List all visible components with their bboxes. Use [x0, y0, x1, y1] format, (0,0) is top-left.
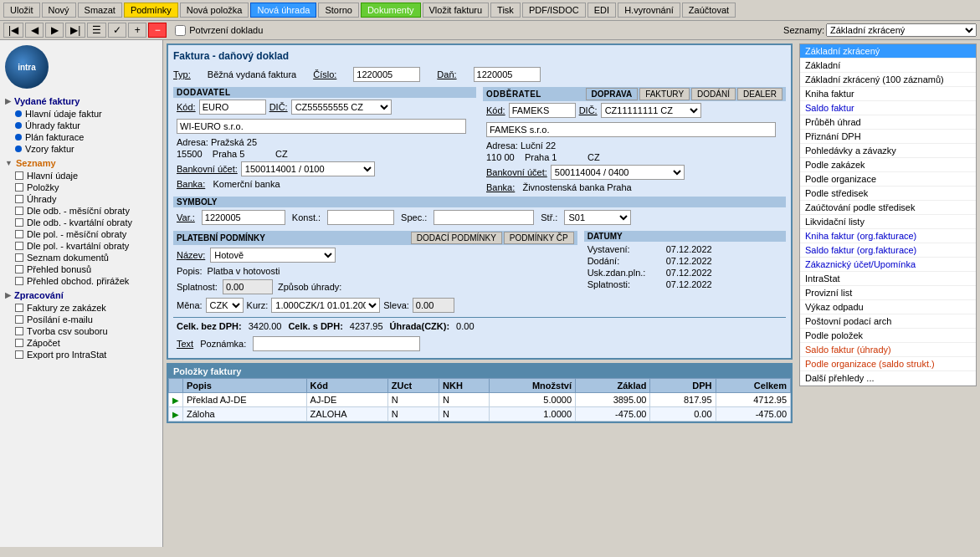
delete-button[interactable]: Smazat [78, 3, 122, 18]
sidebar-item-uhrady[interactable]: Úhrady faktur [3, 120, 159, 131]
dropdown-item[interactable]: Kniha faktur [800, 87, 976, 101]
new-button[interactable]: Nový [42, 3, 76, 18]
table-row[interactable]: ▶ Záloha ZALOHA N N 1.0000 -475.00 0.00 … [169, 407, 791, 422]
dan-input[interactable] [474, 67, 541, 82]
insert-invoice-button[interactable]: Vložit fakturu [423, 3, 490, 18]
dropdown-item[interactable]: Další přehledy ... [800, 371, 976, 386]
sidebar-item-seznam-dok[interactable]: Seznam dokumentů [3, 252, 159, 263]
supplier-kod-input[interactable] [199, 100, 266, 115]
sidebar-item-tvorba-csv[interactable]: Tvorba csv souboru [3, 325, 159, 337]
dropdown-item[interactable]: Základní [800, 59, 976, 73]
supplier-name-input[interactable] [177, 119, 466, 134]
tab-dodaci-podm[interactable]: DODACÍ PODMÍNKY [411, 232, 502, 244]
sidebar-header-zpracovani[interactable]: ▶ Zpracování [3, 289, 159, 302]
sidebar-item-vzory[interactable]: Vzory faktur [3, 143, 159, 155]
seznamy-select[interactable]: Základní zkrácenýZákladníZákladní zkráce… [826, 23, 977, 37]
documents-button[interactable]: Dokumenty [361, 3, 421, 18]
supplier-bank-select[interactable]: 1500114001 / 0100 [241, 161, 375, 176]
nav-last-button[interactable]: ▶| [65, 23, 85, 38]
dropdown-item[interactable]: Podle organizace [800, 172, 976, 187]
storno-button[interactable]: Storno [318, 3, 358, 18]
tab-podm-cp[interactable]: PODMÍNKY ČP [504, 232, 574, 244]
sidebar-item-polozky[interactable]: Položky [3, 181, 159, 193]
pdf-button[interactable]: PDF/ISDOC [522, 3, 586, 18]
new-payment-button[interactable]: Nová úhrada [250, 3, 316, 18]
tab-dodani[interactable]: DODÁNÍ [691, 88, 736, 100]
nav-first-button[interactable]: |◀ [3, 23, 23, 38]
nav-minus-button[interactable]: − [148, 23, 167, 38]
table-row[interactable]: ▶ Překlad AJ-DE AJ-DE N N 5.0000 3895.00… [169, 393, 791, 407]
sidebar-item-prehled-bonusu[interactable]: Přehled bonusů [3, 263, 159, 275]
zauctovat-button[interactable]: Zaúčtovat [682, 3, 736, 18]
tab-doprava[interactable]: DOPRAVA [586, 88, 639, 100]
sleva-input[interactable] [413, 298, 454, 313]
nav-list-button[interactable]: ☰ [87, 23, 106, 38]
splatnost-input[interactable] [223, 279, 273, 294]
sidebar-item-uhrady-s[interactable]: Úhrady [3, 193, 159, 205]
dropdown-item[interactable]: Saldo faktur (úhrady) [800, 343, 976, 357]
dropdown-item[interactable]: Poštovní podací arch [800, 314, 976, 329]
tab-faktury[interactable]: FAKTURY [639, 88, 690, 100]
sidebar-item-posilani-email[interactable]: Posílání e-mailu [3, 314, 159, 325]
customer-dic-select[interactable]: CZ11111111 CZ [601, 103, 701, 118]
dates-box: DATUMY Vystavení: 07.12.2022 Dodání: 07.… [584, 231, 786, 315]
supplier-dic-select[interactable]: CZ55555555 CZ [291, 100, 392, 115]
nav-next-button[interactable]: ▶ [45, 23, 64, 38]
dropdown-item[interactable]: Podle zakázek [800, 158, 976, 172]
dropdown-item[interactable]: Zaúčtování podle středisek [800, 201, 976, 215]
podmínky-button[interactable]: Podmínky [124, 3, 178, 18]
nav-check-button[interactable]: ✓ [108, 23, 126, 38]
sidebar-item-dle-odb-mes[interactable]: Dle odb. - měsíční obraty [3, 205, 159, 217]
customer-kod-input[interactable] [509, 103, 576, 118]
sidebar-header-seznamy[interactable]: ▼ Seznamy [3, 156, 159, 170]
dropdown-item[interactable]: Saldo faktur (org.fakturace) [800, 243, 976, 258]
customer-name-input[interactable] [486, 122, 776, 137]
var-input[interactable] [202, 210, 285, 225]
mena-select[interactable]: CZK [206, 298, 244, 313]
sidebar-item-zapocet[interactable]: Zápočet [3, 337, 159, 349]
note-input[interactable] [253, 336, 420, 351]
str-select[interactable]: S01 [564, 210, 631, 225]
nav-prev-button[interactable]: ◀ [25, 23, 44, 38]
dropdown-item[interactable]: Průběh úhrad [800, 115, 976, 130]
nazev-select[interactable]: Hotově [210, 248, 336, 263]
dropdown-item[interactable]: Likvidační listy [800, 215, 976, 229]
nav-plus-button[interactable]: + [128, 23, 146, 38]
sidebar-item-hlavni-udaje[interactable]: Hlavní údaje faktur [3, 108, 159, 120]
sidebar-item-dle-odb-kvar[interactable]: Dle odb. - kvartální obraty [3, 217, 159, 228]
new-item-button[interactable]: Nová položka [180, 3, 249, 18]
save-button[interactable]: Uložit [3, 3, 40, 18]
dropdown-item[interactable]: Podle středisek [800, 187, 976, 201]
dropdown-item[interactable]: Kniha faktur (org.fakturace) [800, 229, 976, 243]
spec-input[interactable] [434, 210, 534, 225]
dropdown-item[interactable]: Přiznání DPH [800, 130, 976, 144]
h-vyrovnani-button[interactable]: H.vyrovnání [618, 3, 680, 18]
sidebar-item-dle-pol-kvar[interactable]: Dle pol. - kvartální obraty [3, 240, 159, 252]
konst-input[interactable] [327, 210, 394, 225]
dropdown-item[interactable]: Provizní list [800, 286, 976, 300]
sidebar-item-dle-pol-mes[interactable]: Dle pol. - měsíční obraty [3, 228, 159, 240]
sidebar-item-hlavni-udaje-s[interactable]: Hlavní údaje [3, 170, 159, 181]
customer-bank-select[interactable]: 500114004 / 0400 [551, 165, 685, 180]
cislo-input[interactable] [353, 67, 420, 82]
sidebar-item-faktury-zakaz[interactable]: Faktury ze zakázek [3, 302, 159, 314]
dropdown-item[interactable]: Podle položek [800, 329, 976, 343]
print-button[interactable]: Tisk [490, 3, 521, 18]
dropdown-item[interactable]: Základní zkrácený [800, 44, 976, 59]
kurz-select[interactable]: 1.000CZK/1 01.01.200 [271, 298, 380, 313]
dropdown-item[interactable]: Zákaznický účet/Upomínka [800, 258, 976, 272]
sidebar-item-prehled-obch[interactable]: Přehled obchod. přirážek [3, 275, 159, 287]
dropdown-item[interactable]: Saldo faktur [800, 101, 976, 115]
dropdown-item[interactable]: Výkaz odpadu [800, 300, 976, 314]
sidebar-item-export-intrastat[interactable]: Export pro IntraStat [3, 349, 159, 360]
dodani-row: Dodání: 07.12.2022 [587, 256, 782, 266]
confirm-checkbox[interactable] [175, 25, 186, 36]
edi-button[interactable]: EDI [587, 3, 616, 18]
dropdown-item[interactable]: Podle organizace (saldo strukt.) [800, 357, 976, 371]
sidebar-header-vydane[interactable]: ▶ Vydané faktury [3, 95, 159, 108]
dropdown-item[interactable]: Základní zkrácený (100 záznamů) [800, 73, 976, 87]
dropdown-item[interactable]: Pohledávky a závazky [800, 144, 976, 158]
sidebar-item-plan[interactable]: Plán fakturace [3, 131, 159, 143]
dropdown-item[interactable]: IntraStat [800, 272, 976, 286]
tab-dealer[interactable]: DEALER [737, 88, 782, 100]
